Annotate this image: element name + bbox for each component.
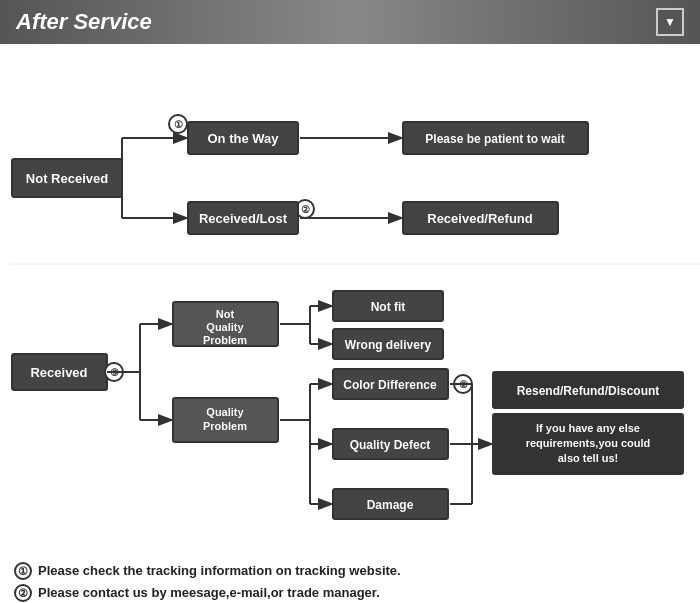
diagram-area: Not Received ① On the Way Please be pati… [0,44,700,554]
note-1: ① Please check the tracking information … [14,560,686,582]
svg-text:Problem: Problem [203,420,247,432]
page-title: After Service [16,9,152,35]
notes-section: ① Please check the tracking information … [0,554,700,603]
color-difference-label: Color Difference [343,378,437,392]
svg-text:also tell us!: also tell us! [558,452,619,464]
header: After Service ▼ [0,0,700,44]
svg-text:Quality: Quality [206,406,244,418]
dropdown-icon[interactable]: ▼ [656,8,684,36]
quality-defect-label: Quality Defect [350,438,431,452]
not-received-label: Not Received [26,171,108,186]
damage-label: Damage [367,498,414,512]
note-2: ② Please contact us by meesage,e-mail,or… [14,582,686,603]
svg-text:If you have any else: If you have any else [536,422,640,434]
svg-text:requirements,you could: requirements,you could [526,437,651,449]
note-2-text: Please contact us by meesage,e-mail,or t… [38,582,380,603]
note-2-num: ② [14,584,32,602]
on-the-way-label: On the Way [207,131,279,146]
svg-text:②: ② [301,204,310,215]
wrong-delivery-label: Wrong delivery [345,338,432,352]
received-label: Received [30,365,87,380]
received-lost-label: Received/Lost [199,211,288,226]
note-1-num: ① [14,562,32,580]
svg-text:Problem: Problem [203,334,247,346]
received-refund-label: Received/Refund [427,211,533,226]
svg-text:①: ① [174,119,183,130]
patient-wait-label: Please be patient to wait [425,132,564,146]
not-fit-label: Not fit [371,300,406,314]
svg-text:Quality: Quality [206,321,244,333]
svg-text:Not: Not [216,308,235,320]
note-1-text: Please check the tracking information on… [38,560,401,582]
resend-refund-label: Resend/Refund/Discount [517,384,660,398]
flow-diagram: Not Received ① On the Way Please be pati… [10,54,700,544]
